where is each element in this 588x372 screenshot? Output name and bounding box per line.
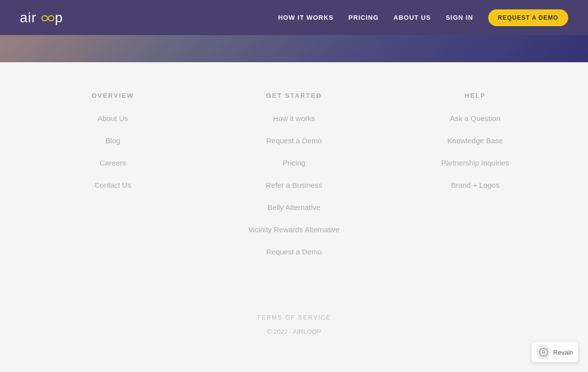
main-nav: HOW IT WORKS PRICING ABOUT US SIGN IN RE…	[278, 9, 568, 26]
footer-link-contact-us[interactable]: Contact Us	[94, 181, 131, 189]
footer-link-belly-alt[interactable]: Belly Alternative	[268, 203, 321, 211]
footer-link-blog[interactable]: Blog	[105, 136, 120, 145]
footer-link-request-demo-1[interactable]: Request a Demo	[266, 136, 322, 145]
footer-link-request-demo-2[interactable]: Request a Demo	[266, 248, 322, 256]
request-demo-button[interactable]: REQUEST A DEMO	[488, 9, 568, 26]
footer: OVERVIEW About Us Blog Careers Contact U…	[0, 62, 588, 356]
footer-col-get-started: GET STARTED How it works Request a Demo …	[245, 92, 343, 270]
footer-link-how-it-works[interactable]: How it works	[273, 114, 315, 123]
copyright-text: © 2022 · AIRLOOP	[267, 328, 321, 335]
svg-text:R: R	[542, 350, 545, 355]
revain-badge[interactable]: R Revain	[532, 342, 578, 356]
footer-link-ask-question[interactable]: Ask a Question	[450, 114, 501, 123]
footer-link-knowledge-base[interactable]: Knowledge Base	[447, 136, 503, 145]
footer-link-partnership[interactable]: Partnership Inquiries	[441, 159, 509, 167]
logo[interactable]: air p	[20, 10, 63, 26]
terms-of-service-link[interactable]: TERMS OF SERVICE	[20, 314, 568, 321]
footer-link-pricing[interactable]: Pricing	[283, 159, 305, 167]
footer-col-help: HELP Ask a Question Knowledge Base Partn…	[426, 92, 525, 270]
footer-link-careers[interactable]: Careers	[100, 159, 126, 167]
nav-how-it-works[interactable]: HOW IT WORKS	[278, 14, 334, 21]
revain-icon: R	[537, 345, 550, 356]
footer-help-title: HELP	[464, 92, 486, 99]
nav-about-us[interactable]: ABOUT US	[393, 14, 431, 21]
nav-sign-in[interactable]: SIGN IN	[446, 14, 473, 21]
footer-bottom: TERMS OF SERVICE © 2022 · AIRLOOP	[20, 299, 568, 336]
infinity-icon	[42, 15, 54, 22]
nav-pricing[interactable]: PRICING	[348, 14, 378, 21]
footer-link-refer-business[interactable]: Refer a Business	[266, 181, 322, 189]
footer-link-about-us[interactable]: About Us	[97, 114, 128, 123]
hero-image-strip	[0, 35, 588, 62]
footer-col-overview: OVERVIEW About Us Blog Careers Contact U…	[63, 92, 162, 270]
footer-columns: OVERVIEW About Us Blog Careers Contact U…	[22, 92, 566, 270]
revain-label: Revain	[553, 349, 573, 356]
footer-link-brand-logos[interactable]: Brand + Logos	[451, 181, 500, 189]
footer-overview-title: OVERVIEW	[91, 92, 134, 99]
footer-get-started-title: GET STARTED	[266, 92, 322, 99]
footer-link-vicinity-alt[interactable]: Vicinity Rewards Alternative	[249, 225, 340, 234]
header: air p HOW IT WORKS PRICING ABOUT US SIGN…	[0, 0, 588, 35]
